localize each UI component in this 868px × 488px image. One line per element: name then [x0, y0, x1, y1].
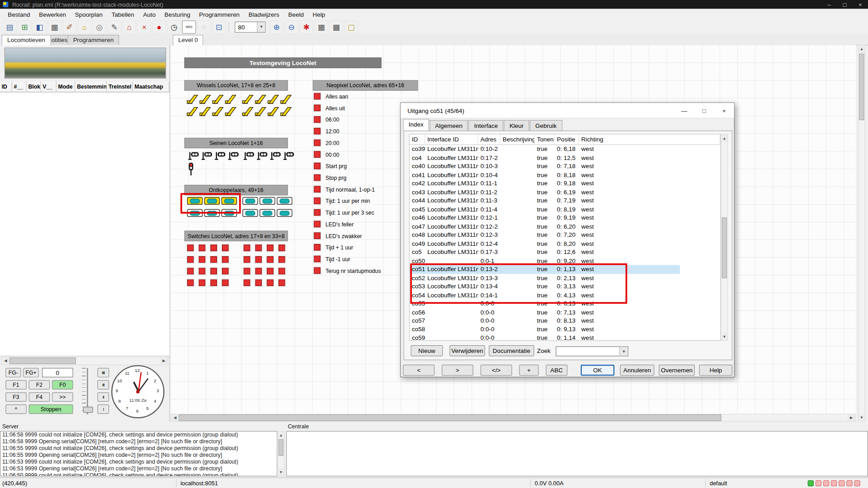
switch-button[interactable]: [210, 279, 217, 286]
switch-button[interactable]: [244, 268, 250, 275]
main-vscrollbar[interactable]: ▲ ▼: [858, 45, 865, 422]
neopixel-button[interactable]: [314, 186, 321, 192]
main-vscroll-thumb[interactable]: [859, 54, 864, 120]
switch-button[interactable]: [267, 256, 274, 263]
dialog-maximize-button[interactable]: □: [694, 103, 714, 118]
loco-list[interactable]: [0, 92, 170, 356]
signal-symbol[interactable]: [270, 150, 283, 163]
menu-programmeren[interactable]: Programmeren: [194, 11, 244, 18]
maximize-button[interactable]: □: [837, 0, 852, 9]
f0-button[interactable]: F0: [52, 380, 73, 389]
menu-bladwijzers[interactable]: Bladwijzers: [244, 11, 284, 18]
tab-programmeren[interactable]: Programmeren: [67, 35, 119, 45]
switch-button[interactable]: [278, 279, 285, 286]
switch-button[interactable]: [267, 268, 274, 275]
dialog-scroll-up-icon[interactable]: ▲: [722, 135, 727, 142]
signal-symbol[interactable]: [188, 150, 201, 163]
switch-button[interactable]: [255, 256, 262, 263]
wio-icon[interactable]: wio: [182, 20, 196, 33]
overnemen-button[interactable]: Overnemen: [659, 365, 695, 375]
output-table[interactable]: co39Locobuffer LM311n0:10-2true0: 6,18we…: [409, 145, 721, 341]
neopixel-button[interactable]: [314, 256, 321, 263]
loco-col-1[interactable]: #__: [12, 81, 27, 92]
abc-button[interactable]: ABC: [546, 365, 567, 375]
nieuw-button[interactable]: Nieuw: [411, 345, 443, 356]
cs-monitor-icon[interactable]: ⊡: [212, 20, 226, 33]
dialog-minimize-button[interactable]: —: [674, 103, 694, 118]
decoupler-symbol[interactable]: [277, 197, 292, 205]
signal-symbol[interactable]: [202, 150, 215, 163]
switch-button[interactable]: [210, 268, 217, 275]
output-col-4[interactable]: Tonen: [535, 135, 555, 145]
zoek-combobox[interactable]: ▾: [556, 347, 628, 357]
neopixel-button[interactable]: [314, 151, 321, 158]
signal-symbol[interactable]: [283, 150, 297, 163]
server-log[interactable]: 11:06:58 9999 could not initialize [COM2…: [0, 431, 277, 476]
server-scroll-down-icon[interactable]: ▼: [278, 469, 284, 476]
switch-button[interactable]: [187, 256, 194, 263]
menu-bestand[interactable]: Bestand: [3, 11, 34, 18]
menu-besturing[interactable]: Besturing: [160, 11, 195, 18]
plan-hscrollbar[interactable]: ◀ ▶: [170, 414, 856, 422]
trace-icon[interactable]: ◌: [197, 20, 211, 33]
switch-button[interactable]: [267, 279, 274, 286]
brake-button-iiii[interactable]: IIII: [98, 368, 109, 377]
menu-tabellen[interactable]: Tabellen: [107, 11, 139, 18]
turnout-symbol[interactable]: [212, 106, 225, 117]
undo-icon[interactable]: ✐: [62, 20, 76, 33]
grid-icon[interactable]: ▦: [315, 20, 329, 33]
table-row[interactable]: co40Locobuffer LM311n0:10-3true0: 7,18we…: [410, 162, 720, 171]
output-col-1[interactable]: Interface ID: [425, 135, 478, 145]
switch-button[interactable]: [199, 279, 206, 286]
scroll-right-icon[interactable]: ▶: [160, 357, 168, 364]
turnout-symbol[interactable]: [242, 106, 255, 117]
speed-select[interactable]: 80 ▾: [235, 21, 266, 32]
signal-symbol[interactable]: [215, 150, 228, 163]
table-row[interactable]: co590:0-0true0: 1,14west: [410, 333, 720, 341]
turnout-symbol[interactable]: [187, 94, 199, 104]
code-button[interactable]: </>: [481, 365, 512, 375]
neopixel-button[interactable]: [314, 116, 321, 123]
brake-button-ii[interactable]: II: [98, 392, 109, 402]
neopixel-button[interactable]: [314, 174, 321, 181]
verwijderen-button[interactable]: Verwijderen: [449, 345, 485, 356]
switch-button[interactable]: [267, 244, 274, 251]
turnout-symbol[interactable]: [255, 94, 267, 104]
plan-scroll-left-icon[interactable]: ◀: [171, 414, 179, 421]
server-scroll-up-icon[interactable]: ▲: [278, 432, 284, 439]
edit-icon[interactable]: ✎: [108, 20, 122, 33]
table-row[interactable]: co49Locobuffer LM311n0:12-4true0: 8,20we…: [410, 239, 720, 248]
switch-button[interactable]: [278, 256, 285, 263]
signal-symbol-vertical[interactable]: [188, 162, 194, 177]
loco-col-4[interactable]: Mode: [57, 81, 75, 92]
switch-button[interactable]: [199, 268, 206, 275]
scroll-left-icon[interactable]: ◀: [2, 357, 9, 364]
f4-button[interactable]: F4: [29, 392, 50, 402]
output-col-3[interactable]: Beschrijving: [500, 135, 535, 145]
stop-button[interactable]: Stoppen: [29, 404, 73, 414]
signal-symbol[interactable]: [257, 150, 270, 163]
table-row[interactable]: co41Locobuffer LM311n0:10-4true0: 8,18we…: [410, 171, 720, 179]
menu-help[interactable]: Help: [308, 11, 330, 18]
dialog-tab-interface[interactable]: Interface: [468, 120, 503, 131]
decoupler-symbol[interactable]: [277, 209, 292, 217]
menu-beeld[interactable]: Beeld: [284, 11, 308, 18]
dialog-tab-gebruik[interactable]: Gebruik: [530, 120, 562, 131]
signal-symbol[interactable]: [228, 150, 241, 163]
neopixel-button[interactable]: [314, 267, 321, 274]
switch-button[interactable]: [278, 268, 285, 275]
prev-button[interactable]: <: [403, 365, 434, 375]
query-icon[interactable]: ◎: [92, 20, 106, 33]
switch-button[interactable]: [187, 279, 194, 286]
dialog-close-button[interactable]: ×: [714, 103, 734, 118]
decoupler-symbol[interactable]: [242, 209, 258, 217]
server-scroll-thumb[interactable]: [278, 439, 283, 456]
table-row[interactable]: co560:0-0true0: 7,13west: [410, 308, 720, 316]
switch-button[interactable]: [210, 244, 217, 251]
output-col-0[interactable]: ID: [410, 135, 425, 145]
output-col-2[interactable]: Adres: [478, 135, 500, 145]
brake-button-i[interactable]: I: [98, 404, 109, 414]
menu-bewerken[interactable]: Bewerken: [34, 11, 70, 18]
neopixel-button[interactable]: [314, 140, 321, 146]
neopixel-button[interactable]: [314, 93, 321, 100]
